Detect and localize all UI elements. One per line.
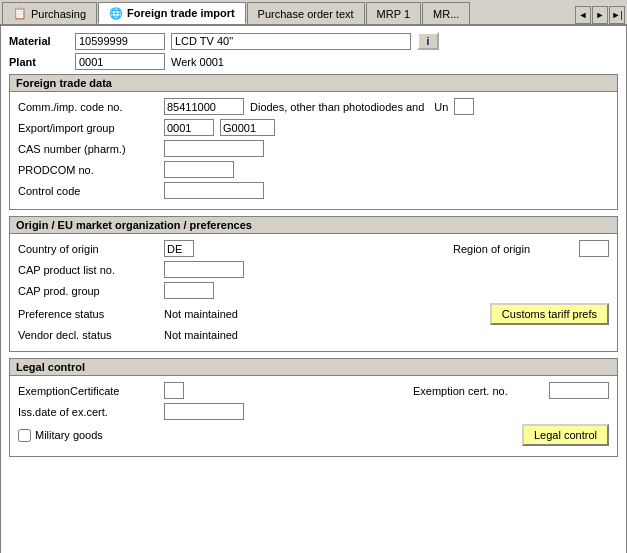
tab-bar: 📋 Purchasing 🌐 Foreign trade import Purc… [0, 0, 627, 26]
plant-input[interactable] [75, 53, 165, 70]
cas-number-row: CAS number (pharm.) [18, 140, 609, 157]
cap-group-input[interactable] [164, 282, 214, 299]
plant-label: Plant [9, 56, 69, 68]
country-origin-input[interactable] [164, 240, 194, 257]
cap-group-row: CAP prod. group [18, 282, 609, 299]
exemption-cert-label: ExemptionCertificate [18, 385, 158, 397]
legal-control-btn-section: Legal control [522, 424, 609, 446]
cap-product-row: CAP product list no. [18, 261, 609, 278]
cap-product-input[interactable] [164, 261, 244, 278]
country-origin-label: Country of origin [18, 243, 158, 255]
military-goods-checkbox[interactable] [18, 429, 31, 442]
customs-btn-section: Customs tariff prefs [490, 303, 609, 325]
foreign-trade-title: Foreign trade data [10, 75, 617, 92]
country-origin-row: Country of origin Region of origin [18, 240, 609, 257]
control-code-input[interactable] [164, 182, 264, 199]
purchasing-tab-icon: 📋 [13, 7, 27, 20]
cap-product-label: CAP product list no. [18, 264, 158, 276]
nav-prev-btn[interactable]: ◄ [575, 6, 591, 24]
region-origin-input[interactable] [579, 240, 609, 257]
material-label: Material [9, 35, 69, 47]
tab-mr[interactable]: MR... [422, 2, 470, 24]
export-import-label: Export/import group [18, 122, 158, 134]
cap-group-label: CAP prod. group [18, 285, 158, 297]
comm-imp-box[interactable] [454, 98, 474, 115]
tab-navigation: ◄ ► ►| [575, 6, 627, 24]
origin-content: Country of origin Region of origin CAP p… [10, 234, 617, 351]
vendor-decl-value: Not maintained [164, 329, 238, 341]
plant-row: Plant Werk 0001 [9, 53, 618, 70]
vendor-decl-label: Vendor decl. status [18, 329, 158, 341]
material-row: Material i [9, 32, 618, 50]
iss-date-input[interactable] [164, 403, 244, 420]
iss-date-row: Iss.date of ex.cert. [18, 403, 609, 420]
preference-status-label: Preference status [18, 308, 158, 320]
tab-mrp1[interactable]: MRP 1 [366, 2, 421, 24]
prodcom-input[interactable] [164, 161, 234, 178]
comm-imp-row: Comm./imp. code no. Diodes, other than p… [18, 98, 609, 115]
legal-control-title: Legal control [10, 359, 617, 376]
comm-imp-desc: Diodes, other than photodiodes and [250, 101, 424, 113]
nav-next-btn[interactable]: ► [592, 6, 608, 24]
vendor-decl-row: Vendor decl. status Not maintained [18, 329, 609, 341]
tab-purchase-order-text[interactable]: Purchase order text [247, 2, 365, 24]
export-import-input1[interactable] [164, 119, 214, 136]
legal-control-button[interactable]: Legal control [522, 424, 609, 446]
legal-control-content: ExemptionCertificate Exemption cert. no.… [10, 376, 617, 456]
foreign-trade-content: Comm./imp. code no. Diodes, other than p… [10, 92, 617, 209]
legal-control-section: Legal control ExemptionCertificate Exemp… [9, 358, 618, 457]
prodcom-row: PRODCOM no. [18, 161, 609, 178]
comm-imp-label: Comm./imp. code no. [18, 101, 158, 113]
nav-last-btn[interactable]: ►| [609, 6, 625, 24]
material-desc-input[interactable] [171, 33, 411, 50]
customs-tariff-prefs-button[interactable]: Customs tariff prefs [490, 303, 609, 325]
tab-foreign-trade[interactable]: 🌐 Foreign trade import [98, 2, 246, 24]
tab-purchasing[interactable]: 📋 Purchasing [2, 2, 97, 24]
preference-status-value: Not maintained [164, 308, 238, 320]
exemption-cert-no-input[interactable] [549, 382, 609, 399]
military-goods-row: Military goods Legal control [18, 424, 609, 446]
main-content: Material i Plant Werk 0001 Foreign trade… [0, 26, 627, 553]
plant-desc: Werk 0001 [171, 56, 224, 68]
iss-date-label: Iss.date of ex.cert. [18, 406, 158, 418]
exemption-cert-no-section: Exemption cert. no. [413, 382, 609, 399]
region-section: Region of origin [453, 240, 609, 257]
material-input[interactable] [75, 33, 165, 50]
exemption-cert-box[interactable] [164, 382, 184, 399]
info-button[interactable]: i [417, 32, 439, 50]
preference-status-row: Preference status Not maintained Customs… [18, 303, 609, 325]
export-import-input2[interactable] [220, 119, 275, 136]
control-code-label: Control code [18, 185, 158, 197]
origin-section: Origin / EU market organization / prefer… [9, 216, 618, 352]
region-origin-label: Region of origin [453, 243, 573, 255]
foreign-trade-section: Foreign trade data Comm./imp. code no. D… [9, 74, 618, 210]
cas-number-label: CAS number (pharm.) [18, 143, 158, 155]
comm-imp-suffix: Un [434, 101, 448, 113]
foreign-trade-tab-icon: 🌐 [109, 7, 123, 20]
control-code-row: Control code [18, 182, 609, 199]
export-import-row: Export/import group [18, 119, 609, 136]
exemption-cert-row: ExemptionCertificate Exemption cert. no. [18, 382, 609, 399]
prodcom-label: PRODCOM no. [18, 164, 158, 176]
exemption-cert-no-label: Exemption cert. no. [413, 385, 543, 397]
cas-number-input[interactable] [164, 140, 264, 157]
military-goods-label[interactable]: Military goods [18, 429, 103, 442]
comm-imp-input[interactable] [164, 98, 244, 115]
origin-title: Origin / EU market organization / prefer… [10, 217, 617, 234]
